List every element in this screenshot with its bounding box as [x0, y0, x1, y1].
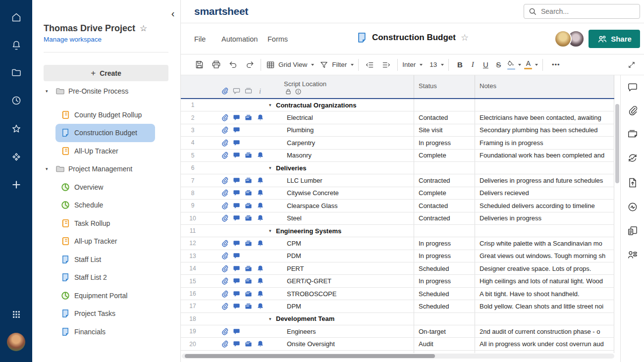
- cell-notes[interactable]: Scheduled delivers according to timeline: [475, 200, 614, 211]
- proof-icon[interactable]: [244, 277, 252, 285]
- font-color-button[interactable]: A: [524, 58, 538, 72]
- reminder-icon[interactable]: [256, 290, 264, 298]
- sidebar-item-equipment-portal[interactable]: Equipment Portal: [55, 287, 155, 305]
- strikethrough-button[interactable]: S: [492, 58, 505, 72]
- expand-icon[interactable]: [625, 58, 638, 72]
- proof-icon[interactable]: [244, 214, 252, 222]
- row-number[interactable]: 15: [181, 275, 205, 287]
- cell-status[interactable]: Contacted: [414, 111, 475, 123]
- sidebar-item-all-up-tracker[interactable]: All-up Tracker: [55, 232, 155, 251]
- column-header-script-location[interactable]: Script Location: [265, 75, 414, 98]
- cell-notes[interactable]: [475, 99, 614, 111]
- fill-color-button[interactable]: [507, 58, 521, 72]
- underline-button[interactable]: U: [479, 58, 492, 72]
- cell-notes[interactable]: Bold yellow. Clean shots and little stre…: [475, 300, 614, 312]
- reminder-icon[interactable]: [256, 114, 264, 122]
- create-button[interactable]: +Create: [44, 65, 168, 81]
- conversations-icon[interactable]: [626, 81, 639, 94]
- proof-icon[interactable]: [244, 302, 252, 310]
- workspace-star-icon[interactable]: ☆: [140, 24, 147, 33]
- cell-status[interactable]: Contacted: [414, 200, 475, 211]
- comment-icon[interactable]: [232, 152, 240, 159]
- proof-icon[interactable]: [244, 290, 252, 298]
- cell-status[interactable]: In progress: [414, 275, 475, 287]
- collaborator-avatars[interactable]: [554, 30, 585, 48]
- cell-script-location[interactable]: Electrical: [265, 111, 414, 123]
- smartsheet-logo[interactable]: smartsheet: [194, 5, 248, 17]
- attachment-icon[interactable]: [220, 189, 228, 197]
- cell-notes[interactable]: Electricians have been contacted, awaiti…: [475, 111, 614, 123]
- more-options-icon[interactable]: •••: [549, 58, 562, 72]
- row-number-header[interactable]: [181, 75, 205, 98]
- proof-icon[interactable]: [244, 114, 252, 122]
- manage-workspace-link[interactable]: Manage workspace: [44, 36, 102, 43]
- sidebar-item-project-management[interactable]: ▾Project Management: [44, 160, 175, 178]
- undo-icon[interactable]: [226, 58, 239, 72]
- collapse-group-caret-icon[interactable]: ▾: [265, 103, 276, 107]
- attachment-icon[interactable]: [220, 214, 228, 222]
- publish-icon[interactable]: [626, 176, 639, 189]
- sidebar-item-staff-list-2[interactable]: Staff List 2: [55, 268, 155, 287]
- attachment-icon[interactable]: [220, 126, 228, 134]
- attachment-icon[interactable]: [220, 239, 228, 247]
- reminder-icon[interactable]: [256, 239, 264, 247]
- proof-icon[interactable]: [244, 189, 252, 197]
- cell-status[interactable]: Scheduled: [414, 300, 475, 312]
- cell-notes[interactable]: Framing is in progress: [475, 137, 614, 149]
- collapse-group-caret-icon[interactable]: ▾: [265, 228, 276, 233]
- cell-notes[interactable]: Designer creative space. Lots of props.: [475, 262, 614, 274]
- sidebar-item-task-rollup[interactable]: Task Rollup: [55, 214, 155, 233]
- collapse-sidebar-icon[interactable]: ‹: [168, 8, 177, 19]
- cell-status[interactable]: Scheduled: [414, 288, 475, 300]
- cell-script-location[interactable]: PDM: [265, 250, 414, 262]
- cell-script-location[interactable]: ▾Engineering Systems: [265, 225, 414, 237]
- sidebar-item-staff-list[interactable]: Staff List: [55, 251, 155, 269]
- attachment-icon[interactable]: [220, 114, 228, 122]
- view-selector[interactable]: Grid View: [266, 58, 314, 72]
- horizontal-scrollbar[interactable]: [182, 354, 614, 359]
- solution-center-icon[interactable]: [0, 147, 32, 167]
- attachment-icon[interactable]: [220, 302, 228, 310]
- comment-icon[interactable]: [232, 202, 240, 209]
- cell-script-location[interactable]: STROBOSCOPE: [265, 288, 414, 300]
- cell-notes[interactable]: Crisp white palette with a Scandinavian …: [475, 237, 614, 249]
- attachment-icon[interactable]: [220, 264, 228, 272]
- sidebar-item-financials[interactable]: Financials: [55, 323, 155, 341]
- comment-icon[interactable]: [232, 340, 240, 348]
- cell-script-location[interactable]: Engineers: [265, 325, 414, 337]
- comment-icon[interactable]: [232, 114, 240, 122]
- sidebar-item-project-tasks[interactable]: Project Tasks: [55, 305, 155, 323]
- row-info-column-icon[interactable]: i: [256, 87, 264, 95]
- attachment-icon[interactable]: [220, 277, 228, 285]
- cell-script-location[interactable]: Masonry: [265, 150, 414, 161]
- contacts-icon[interactable]: [626, 248, 639, 261]
- comment-icon[interactable]: [232, 290, 240, 298]
- cell-notes[interactable]: Deliveries in progress: [475, 212, 614, 224]
- cell-notes[interactable]: Foundational work has been completed and: [475, 150, 614, 161]
- horizontal-scrollbar-thumb[interactable]: [185, 354, 435, 358]
- proof-icon[interactable]: [244, 239, 252, 247]
- cell-status[interactable]: Complete: [414, 150, 475, 161]
- comment-icon[interactable]: [232, 327, 240, 335]
- comment-icon[interactable]: [232, 126, 240, 134]
- font-family-selector[interactable]: Inter: [402, 58, 423, 72]
- column-header-notes[interactable]: Notes: [475, 75, 614, 98]
- italic-button[interactable]: I: [466, 58, 479, 72]
- cell-script-location[interactable]: ▾Contractual Organizations: [265, 99, 414, 111]
- bold-button[interactable]: B: [453, 58, 466, 72]
- cell-status[interactable]: In progress: [414, 137, 475, 149]
- reminder-icon[interactable]: [256, 152, 264, 159]
- browse-folder-icon[interactable]: [0, 63, 32, 83]
- row-number[interactable]: 11: [181, 225, 205, 237]
- user-avatar[interactable]: [7, 333, 25, 351]
- collapse-group-caret-icon[interactable]: ▾: [265, 165, 276, 170]
- row-number[interactable]: 16: [181, 288, 205, 300]
- home-icon[interactable]: [0, 7, 32, 27]
- cell-notes[interactable]: [475, 162, 614, 174]
- comment-icon[interactable]: [232, 189, 240, 197]
- comment-icon[interactable]: [232, 214, 240, 222]
- sidebar-item-all-up-tracker[interactable]: All-Up Tracker: [55, 142, 155, 160]
- update-requests-icon[interactable]: [626, 152, 639, 164]
- proof-column-icon[interactable]: [244, 87, 252, 95]
- sidebar-item-schedule[interactable]: Schedule: [55, 196, 155, 214]
